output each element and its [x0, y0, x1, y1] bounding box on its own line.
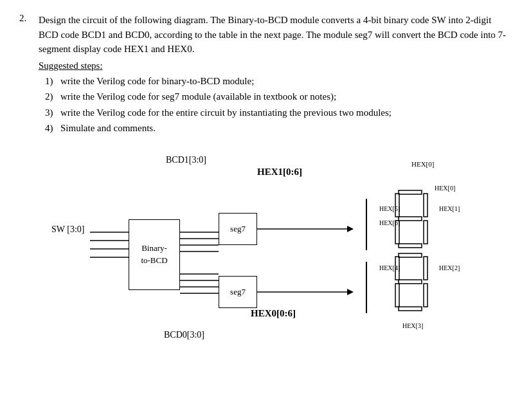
step-num: 1): [45, 74, 60, 89]
list-item: 1)write the Verilog code for binary-to-B…: [45, 74, 512, 89]
step-text: write the Verilog code for binary-to-BCD…: [60, 76, 254, 86]
question-content: Design the circuit of the following diag…: [39, 13, 512, 354]
step-num: 4): [45, 121, 60, 136]
step-num: 3): [45, 105, 60, 120]
steps-list: 1)write the Verilog code for binary-to-B…: [39, 74, 512, 136]
svg-marker-29: [347, 289, 354, 295]
question-block: 2. Design the circuit of the following d…: [19, 13, 512, 354]
diagram-lines: [51, 155, 489, 354]
step-text: Simulate and comments.: [60, 123, 156, 133]
step-text: write the Verilog code for seg7 module (…: [60, 91, 336, 102]
step-num: 2): [45, 89, 60, 104]
svg-marker-27: [347, 226, 354, 232]
question-text: Design the circuit of the following diag…: [39, 13, 512, 57]
diagram-container: BCD1[3:0] BCD0[3:0] HEX1[0:6] HEX0[0:6] …: [51, 155, 489, 354]
step-text: write the Verilog code for the entire ci…: [60, 107, 392, 118]
list-item: 4)Simulate and comments.: [45, 121, 512, 136]
list-item: 3)write the Verilog code for the entire …: [45, 105, 512, 120]
suggested-steps-label: Suggested steps:: [39, 60, 512, 71]
list-item: 2)write the Verilog code for seg7 module…: [45, 89, 512, 104]
question-number: 2.: [19, 13, 32, 354]
